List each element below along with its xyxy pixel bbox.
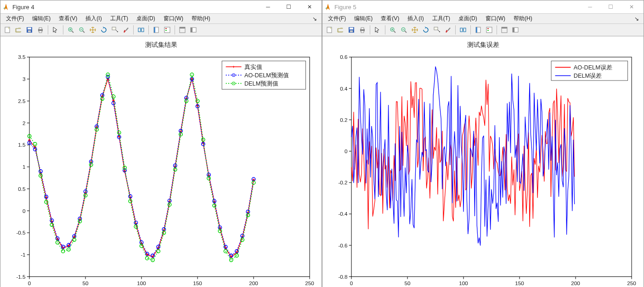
menu-item[interactable]: 查看(V) xyxy=(377,14,403,23)
close-button[interactable]: ✕ xyxy=(621,0,642,13)
close-button[interactable]: ✕ xyxy=(299,0,320,13)
datacursor-icon[interactable] xyxy=(432,25,442,35)
arrow-icon[interactable] xyxy=(373,25,383,35)
datacursor-icon[interactable] xyxy=(110,25,120,35)
svg-rect-150 xyxy=(350,28,353,29)
matlab-icon xyxy=(324,3,332,11)
minimize-button[interactable]: ─ xyxy=(580,0,600,13)
zoomout-icon[interactable] xyxy=(399,25,409,35)
svg-text:0.5: 0.5 xyxy=(18,186,25,192)
svg-text:50: 50 xyxy=(83,280,89,286)
menu-arrow-icon[interactable]: ↘ xyxy=(312,16,320,22)
dock-icon[interactable] xyxy=(177,25,187,35)
svg-text:100: 100 xyxy=(459,280,468,286)
menu-item[interactable]: 桌面(D) xyxy=(133,14,159,23)
annotate-icon[interactable] xyxy=(510,25,520,35)
zoomout-icon[interactable] xyxy=(77,25,87,35)
titlebar[interactable]: Figure 4 ─ ☐ ✕ xyxy=(0,0,322,14)
svg-rect-153 xyxy=(361,28,364,29)
open-icon[interactable] xyxy=(13,25,23,35)
open-icon[interactable] xyxy=(335,25,345,35)
svg-text:0.6: 0.6 xyxy=(340,54,347,60)
svg-text:3: 3 xyxy=(23,76,25,82)
svg-text:-0.5: -0.5 xyxy=(16,230,25,235)
separator xyxy=(470,25,471,34)
new-icon[interactable] xyxy=(324,25,334,35)
menu-item[interactable]: 文件(F) xyxy=(324,14,350,23)
svg-rect-160 xyxy=(463,28,466,32)
separator xyxy=(63,25,63,34)
menu-item[interactable]: 插入(I) xyxy=(82,14,105,23)
pan-icon[interactable] xyxy=(88,25,98,35)
svg-text:250: 250 xyxy=(305,280,314,286)
menu-item[interactable]: 文件(F) xyxy=(2,14,28,23)
save-icon[interactable] xyxy=(24,25,34,35)
menu-item[interactable]: 帮助(H) xyxy=(510,14,536,23)
svg-rect-14 xyxy=(154,27,155,33)
svg-text:100: 100 xyxy=(137,280,146,286)
menu-item[interactable]: 编辑(E) xyxy=(28,14,54,23)
svg-text:真实值: 真实值 xyxy=(244,63,262,70)
menu-item[interactable]: 插入(I) xyxy=(404,14,427,23)
chart[interactable]: 050100150200250-1.5-1-0.500.511.522.533.… xyxy=(5,51,317,287)
plot-area: 测试集结果 050100150200250-1.5-1-0.500.511.52… xyxy=(0,36,322,287)
colorbar-icon[interactable] xyxy=(151,25,161,35)
svg-text:-0.4: -0.4 xyxy=(338,211,348,217)
zoomin-icon[interactable] xyxy=(388,25,398,35)
annotate-icon[interactable] xyxy=(188,25,198,35)
link-icon[interactable] xyxy=(136,25,146,35)
maximize-button[interactable]: ☐ xyxy=(278,0,299,13)
titlebar[interactable]: Figure 5 ─ ☐ ✕ xyxy=(322,0,644,14)
link-icon[interactable] xyxy=(458,25,468,35)
zoomin-icon[interactable] xyxy=(66,25,76,35)
menu-arrow-icon[interactable]: ↘ xyxy=(634,16,642,22)
colorbar-icon[interactable] xyxy=(473,25,483,35)
legend-icon[interactable] xyxy=(484,25,494,35)
maximize-button[interactable]: ☐ xyxy=(600,0,621,13)
separator xyxy=(385,25,385,34)
separator xyxy=(175,25,175,34)
svg-rect-169 xyxy=(513,28,514,32)
svg-rect-164 xyxy=(487,28,489,29)
svg-text:200: 200 xyxy=(571,280,580,286)
svg-text:AO-DELM预测值: AO-DELM预测值 xyxy=(244,72,289,79)
svg-rect-16 xyxy=(165,28,167,29)
svg-text:-1.5: -1.5 xyxy=(16,274,25,280)
separator xyxy=(148,25,149,34)
svg-rect-19 xyxy=(180,27,185,29)
print-icon[interactable] xyxy=(35,25,45,35)
menu-item[interactable]: 窗口(W) xyxy=(160,14,187,23)
menu-item[interactable]: 帮助(H) xyxy=(188,14,214,23)
menu-item[interactable]: 查看(V) xyxy=(55,14,81,23)
svg-text:AO-DELM误差: AO-DELM误差 xyxy=(574,64,612,71)
svg-rect-165 xyxy=(487,30,489,31)
svg-text:0: 0 xyxy=(28,280,31,286)
legend-icon[interactable] xyxy=(162,25,172,35)
save-icon[interactable] xyxy=(346,25,356,35)
new-icon[interactable] xyxy=(2,25,12,35)
arrow-icon[interactable] xyxy=(51,25,61,35)
window-title: Figure 5 xyxy=(334,4,580,11)
rotate-icon[interactable] xyxy=(99,25,109,35)
menu-item[interactable]: 窗口(W) xyxy=(482,14,509,23)
svg-rect-151 xyxy=(350,30,353,32)
print-icon[interactable] xyxy=(357,25,367,35)
window-title: Figure 4 xyxy=(12,4,258,11)
brush-icon[interactable] xyxy=(121,25,131,35)
menu-item[interactable]: 工具(T) xyxy=(429,14,454,23)
minimize-button[interactable]: ─ xyxy=(258,0,278,13)
brush-icon[interactable] xyxy=(443,25,453,35)
menu-item[interactable]: 桌面(D) xyxy=(455,14,481,23)
menu-item[interactable]: 工具(T) xyxy=(107,14,132,23)
menu-item[interactable]: 编辑(E) xyxy=(350,14,376,23)
svg-text:1.5: 1.5 xyxy=(18,142,25,148)
pan-icon[interactable] xyxy=(410,25,420,35)
svg-text:150: 150 xyxy=(515,280,524,286)
chart[interactable]: 050100150200250-0.8-0.6-0.4-0.200.20.40.… xyxy=(327,51,639,287)
rotate-icon[interactable] xyxy=(421,25,431,35)
svg-text:0: 0 xyxy=(345,148,348,154)
dock-icon[interactable] xyxy=(499,25,509,35)
svg-text:DELM误差: DELM误差 xyxy=(574,72,602,79)
svg-text:0.2: 0.2 xyxy=(340,117,347,123)
svg-text:200: 200 xyxy=(249,280,258,286)
